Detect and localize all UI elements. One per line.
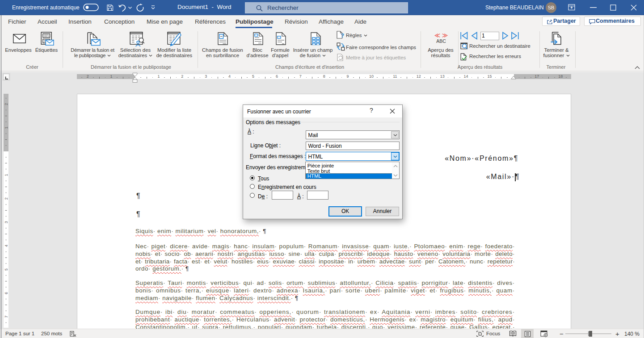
svg-text:3: 3: [4, 221, 8, 223]
svg-text:1: 1: [4, 174, 8, 176]
svg-text:4: 4: [4, 245, 8, 247]
svg-text:6: 6: [4, 292, 8, 294]
svg-text:2: 2: [4, 197, 8, 200]
svg-text:5: 5: [4, 268, 8, 271]
svg-text:1: 1: [4, 127, 8, 129]
svg-text:2: 2: [4, 103, 8, 105]
svg-text:7: 7: [4, 316, 8, 318]
svg-text:?: ?: [341, 33, 345, 39]
